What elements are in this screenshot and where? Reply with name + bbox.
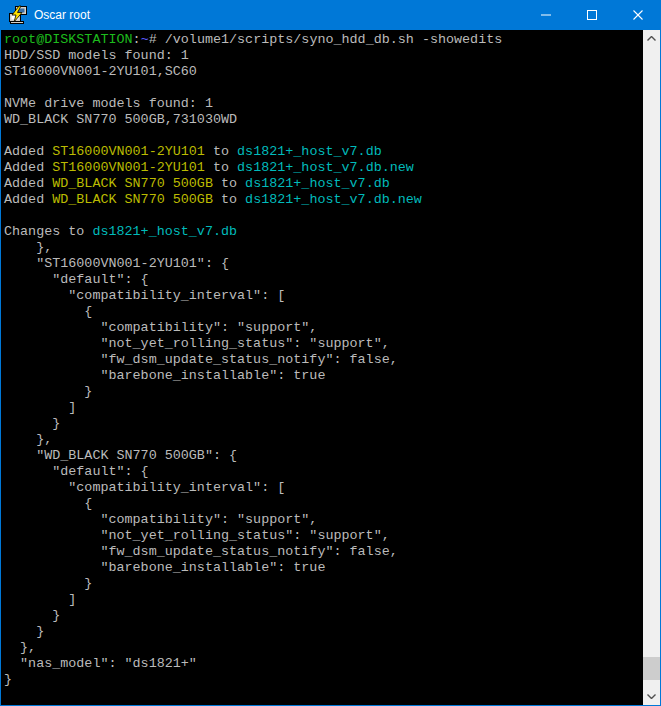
- close-icon: [633, 10, 643, 20]
- chevron-down-icon: [647, 694, 656, 699]
- close-button[interactable]: [615, 0, 661, 30]
- terminal-line: },: [4, 240, 643, 256]
- terminal[interactable]: root@DISKSTATION:~# /volume1/scripts/syn…: [1, 30, 643, 705]
- terminal-line: "not_yet_rolling_status": "support",: [4, 528, 643, 544]
- terminal-line: Added ST16000VN001-2YU101 to ds1821+_hos…: [4, 160, 643, 176]
- chevron-up-icon: [647, 36, 656, 41]
- terminal-line: "fw_dsm_update_status_notify": false,: [4, 352, 643, 368]
- terminal-line: }: [4, 416, 643, 432]
- maximize-button[interactable]: [569, 0, 615, 30]
- terminal-line: }: [4, 608, 643, 624]
- terminal-line: Changes to ds1821+_host_v7.db: [4, 224, 643, 240]
- terminal-line: ST16000VN001-2YU101,SC60: [4, 64, 643, 80]
- terminal-line: Added ST16000VN001-2YU101 to ds1821+_hos…: [4, 144, 643, 160]
- terminal-line: [4, 128, 643, 144]
- maximize-icon: [587, 10, 597, 20]
- vertical-scrollbar[interactable]: [643, 30, 660, 705]
- terminal-line: "barebone_installable": true: [4, 560, 643, 576]
- terminal-line: }: [4, 384, 643, 400]
- terminal-line: }: [4, 624, 643, 640]
- terminal-line: ]: [4, 400, 643, 416]
- terminal-line: "not_yet_rolling_status": "support",: [4, 336, 643, 352]
- window-title: Oscar root: [34, 8, 523, 22]
- terminal-line: "ST16000VN001-2YU101": {: [4, 256, 643, 272]
- terminal-line: [4, 80, 643, 96]
- terminal-line: ]: [4, 592, 643, 608]
- terminal-line: "fw_dsm_update_status_notify": false,: [4, 544, 643, 560]
- terminal-line: Added WD_BLACK SN770 500GB to ds1821+_ho…: [4, 192, 643, 208]
- scroll-down-button[interactable]: [643, 688, 660, 705]
- terminal-line: {: [4, 496, 643, 512]
- minimize-icon: [541, 10, 551, 20]
- terminal-line: }: [4, 672, 643, 688]
- terminal-line: Added WD_BLACK SN770 500GB to ds1821+_ho…: [4, 176, 643, 192]
- titlebar[interactable]: Oscar root: [0, 0, 661, 30]
- terminal-line: HDD/SSD models found: 1: [4, 48, 643, 64]
- terminal-output: root@DISKSTATION:~# /volume1/scripts/syn…: [4, 32, 643, 688]
- terminal-line: "default": {: [4, 464, 643, 480]
- terminal-line: "default": {: [4, 272, 643, 288]
- terminal-line: },: [4, 432, 643, 448]
- terminal-line: [4, 208, 643, 224]
- terminal-line: "nas_model": "ds1821+": [4, 656, 643, 672]
- terminal-line: "WD_BLACK SN770 500GB": {: [4, 448, 643, 464]
- scroll-up-button[interactable]: [643, 30, 660, 47]
- terminal-line: NVMe drive models found: 1: [4, 96, 643, 112]
- terminal-window: Oscar root root@DISKSTATION:~# /volu: [0, 0, 661, 706]
- terminal-line: {: [4, 304, 643, 320]
- terminal-line: }: [4, 576, 643, 592]
- terminal-line: },: [4, 640, 643, 656]
- putty-app-icon[interactable]: [8, 5, 28, 25]
- terminal-line: root@DISKSTATION:~# /volume1/scripts/syn…: [4, 32, 643, 48]
- terminal-line: "compatibility_interval": [: [4, 288, 643, 304]
- terminal-line: "compatibility": "support",: [4, 320, 643, 336]
- terminal-line: WD_BLACK SN770 500GB,731030WD: [4, 112, 643, 128]
- minimize-button[interactable]: [523, 0, 569, 30]
- terminal-line: "compatibility_interval": [: [4, 480, 643, 496]
- scrollbar-thumb[interactable]: [643, 657, 660, 680]
- caption-buttons: [523, 0, 661, 30]
- terminal-line: "compatibility": "support",: [4, 512, 643, 528]
- terminal-line: "barebone_installable": true: [4, 368, 643, 384]
